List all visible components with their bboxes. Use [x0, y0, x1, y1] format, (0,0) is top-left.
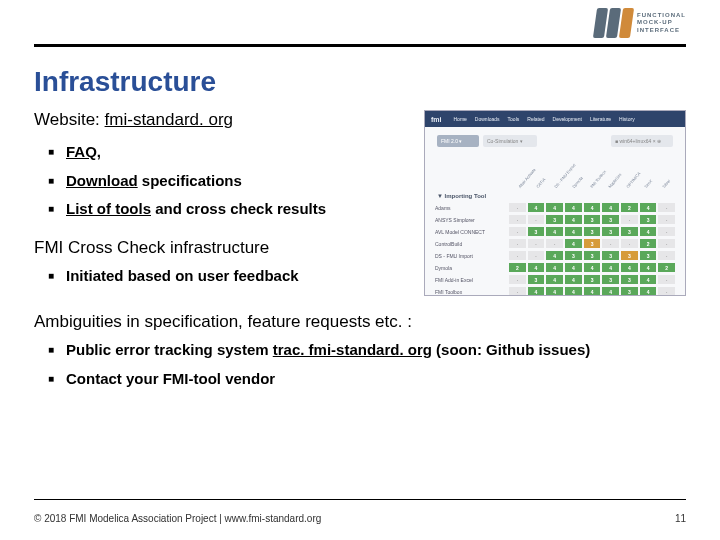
- bullet-rest: specifications: [138, 172, 242, 189]
- shot-cell: ·: [509, 275, 526, 284]
- shot-col-header: CATIA: [535, 177, 546, 189]
- shot-cell: ·: [658, 287, 675, 296]
- shot-cell: 4: [602, 287, 619, 296]
- list-item: Contact your FMI-tool vendor: [48, 365, 686, 394]
- shot-cell: 3: [565, 251, 582, 260]
- shot-cell: 3: [621, 227, 638, 236]
- shot-cell: 3: [546, 215, 563, 224]
- shot-cell: 4: [528, 203, 545, 212]
- fmi-logo: FUNCTIONAL MOCK-UP INTERFACE: [595, 8, 686, 38]
- tools-link[interactable]: List of tools: [66, 200, 151, 217]
- footer-rule: [34, 499, 686, 500]
- shot-row-name: FMI Toolbox: [435, 289, 507, 295]
- shot-cell: ·: [658, 239, 675, 248]
- fmi-logo-text: FUNCTIONAL MOCK-UP INTERFACE: [637, 12, 686, 34]
- shot-filter-platform: ■ win64+linux64 × ⊕: [611, 135, 673, 147]
- faq-link[interactable]: FAQ: [66, 143, 97, 160]
- shot-nav-item: Home: [454, 116, 467, 122]
- ambiguities-bullets: Public error tracking system trac. fmi-s…: [48, 336, 686, 393]
- shot-col-header: FMI Toolbox: [589, 169, 607, 189]
- shot-filter-row: FMI 2.0 ▾ Co-Simulation ▾ ■ win64+linux6…: [425, 127, 685, 155]
- shot-cell: 3: [584, 251, 601, 260]
- shot-cell: 4: [584, 203, 601, 212]
- website-label: Website:: [34, 110, 105, 129]
- shot-nav-item: Tools: [508, 116, 520, 122]
- shot-cell: 4: [621, 263, 638, 272]
- shot-cell: 4: [546, 227, 563, 236]
- shot-col-header: MapleSim: [607, 172, 622, 189]
- website-link[interactable]: fmi-standard. org: [105, 110, 234, 129]
- shot-cell: 3: [621, 275, 638, 284]
- shot-cell: 4: [640, 227, 657, 236]
- shot-column-headers: Altair ActivateCATIADS - FMU ExportDymol…: [425, 155, 685, 191]
- shot-row-name: DS - FMU Import: [435, 253, 507, 259]
- shot-nav-item: Literature: [590, 116, 611, 122]
- shot-nav-item: Related: [527, 116, 544, 122]
- shot-cell: 3: [621, 287, 638, 296]
- shot-cell: 4: [546, 203, 563, 212]
- shot-cell: 4: [565, 275, 582, 284]
- shot-cell: 3: [640, 215, 657, 224]
- shot-cell: 2: [509, 263, 526, 272]
- shot-cell: 4: [640, 287, 657, 296]
- shot-cell: 4: [546, 263, 563, 272]
- fmi-logo-mark: [595, 8, 631, 38]
- shot-cell: 4: [640, 203, 657, 212]
- shot-col-header: SimX: [643, 178, 653, 189]
- shot-filter-type: Co-Simulation ▾: [483, 135, 537, 147]
- shot-cell: 4: [640, 275, 657, 284]
- shot-cell: 4: [546, 275, 563, 284]
- shot-row-name: Dymola: [435, 265, 507, 271]
- shot-cell: 3: [602, 275, 619, 284]
- shot-cell: 3: [528, 275, 545, 284]
- bullet-pre: Contact your FMI-tool vendor: [66, 370, 275, 387]
- shot-cell: 3: [584, 227, 601, 236]
- shot-navbar: fmi Home Downloads Tools Related Develop…: [425, 111, 685, 127]
- shot-row-name: Adams: [435, 205, 507, 211]
- shot-cell: ·: [621, 239, 638, 248]
- bullet-rest: ,: [97, 143, 101, 160]
- shot-cell: 4: [528, 263, 545, 272]
- shot-cell: ·: [658, 203, 675, 212]
- shot-col-header: OPTIMICA: [625, 171, 641, 189]
- table-row: DS - FMU Import··433333·: [435, 250, 675, 261]
- download-link[interactable]: Download: [66, 172, 138, 189]
- shot-cell: ·: [509, 251, 526, 260]
- bullet-pre: Public error tracking system: [66, 341, 273, 358]
- shot-cell: ·: [621, 215, 638, 224]
- shot-nav-item: Development: [553, 116, 582, 122]
- shot-cell: ·: [509, 203, 526, 212]
- shot-col-header: Altair Activate: [517, 167, 536, 189]
- shot-cell: ·: [546, 239, 563, 248]
- shot-cell: ·: [528, 251, 545, 260]
- shot-col-header: Silver: [661, 178, 671, 189]
- shot-cell: ·: [658, 251, 675, 260]
- shot-cell: 2: [658, 263, 675, 272]
- shot-cell: ·: [528, 215, 545, 224]
- table-row: FMI Add-in Excel·3443334·: [435, 274, 675, 285]
- slide-title: Infrastructure: [34, 66, 216, 98]
- shot-cell: 4: [584, 263, 601, 272]
- shot-cell: 4: [565, 239, 582, 248]
- shot-cell: 3: [621, 251, 638, 260]
- shot-cell: 4: [546, 287, 563, 296]
- trac-link[interactable]: trac. fmi-standard. org: [273, 341, 432, 358]
- copyright: © 2018 FMI Modelica Association Project …: [34, 513, 321, 524]
- shot-cell: ·: [509, 239, 526, 248]
- shot-cell: 2: [640, 239, 657, 248]
- bullet-rest: and cross check results: [151, 200, 326, 217]
- shot-cell: 4: [565, 263, 582, 272]
- shot-col-header: Dymola: [571, 175, 584, 189]
- shot-cell: 3: [584, 239, 601, 248]
- shot-cell: 4: [640, 263, 657, 272]
- shot-cell: 4: [602, 203, 619, 212]
- shot-cell: 4: [528, 287, 545, 296]
- shot-cell: 4: [602, 263, 619, 272]
- shot-cell: ·: [509, 227, 526, 236]
- page-number: 11: [675, 513, 686, 524]
- shot-cell: 4: [565, 287, 582, 296]
- shot-cell: ·: [658, 215, 675, 224]
- bullet-text: Initiated based on user feedback: [66, 267, 299, 284]
- shot-cell: 3: [584, 275, 601, 284]
- shot-table: ▼ Importing Tool Adams·4444424·ANSYS Sim…: [425, 193, 685, 296]
